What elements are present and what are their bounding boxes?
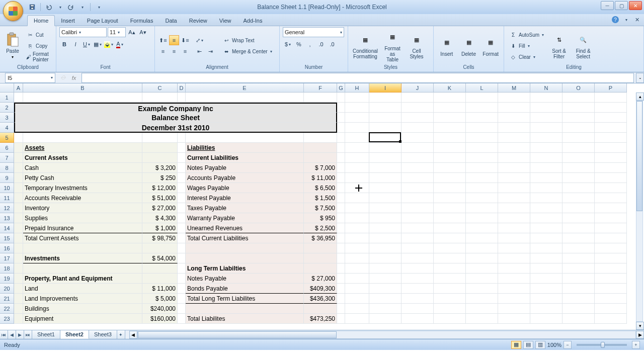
cell[interactable]: Current Assets: [23, 153, 142, 163]
cell[interactable]: [434, 113, 466, 123]
cell[interactable]: [369, 193, 401, 203]
cell[interactable]: [401, 314, 434, 324]
cell[interactable]: [337, 223, 345, 233]
cell[interactable]: $ 4,300: [142, 213, 178, 223]
cell[interactable]: [14, 223, 23, 233]
page-layout-view-icon[interactable]: ▤: [523, 341, 533, 349]
cell[interactable]: [562, 103, 595, 113]
cell[interactable]: [595, 243, 627, 253]
merge-center-button[interactable]: ⬌Merge & Center: [220, 46, 274, 56]
cell[interactable]: [304, 263, 337, 274]
cell[interactable]: [178, 304, 186, 314]
cell[interactable]: [562, 93, 595, 103]
cell[interactable]: [434, 304, 466, 314]
cell[interactable]: Liabilities: [186, 143, 304, 153]
cell[interactable]: [562, 314, 595, 324]
cell[interactable]: Inventory: [23, 203, 142, 213]
cell[interactable]: [401, 173, 434, 183]
help-icon[interactable]: ?: [612, 16, 619, 23]
cell[interactable]: [186, 304, 304, 314]
tab-view[interactable]: View: [213, 16, 237, 26]
column-header[interactable]: D: [178, 83, 186, 93]
cell[interactable]: $ 27,000: [142, 203, 178, 213]
cell[interactable]: [530, 274, 562, 284]
cell[interactable]: Supplies: [23, 213, 142, 223]
close-button[interactable]: ✕: [629, 1, 642, 10]
cell[interactable]: Accounts Payable: [186, 173, 304, 183]
cell[interactable]: [369, 314, 401, 324]
cell[interactable]: [186, 253, 304, 263]
cell[interactable]: $ 11,000: [142, 284, 178, 294]
cell[interactable]: [369, 284, 401, 294]
cell[interactable]: [434, 233, 466, 243]
column-header[interactable]: I: [369, 83, 401, 93]
cell[interactable]: [369, 304, 401, 314]
cell[interactable]: $ 98,750: [142, 233, 178, 243]
cell[interactable]: [562, 113, 595, 123]
bold-button[interactable]: B: [59, 39, 69, 49]
cell[interactable]: [345, 133, 369, 143]
cell[interactable]: [595, 123, 627, 133]
cell[interactable]: [530, 153, 562, 163]
cell[interactable]: [401, 223, 434, 233]
cell[interactable]: $ 6,500: [304, 183, 337, 193]
cell[interactable]: [345, 294, 369, 304]
column-header[interactable]: E: [186, 83, 304, 93]
cell[interactable]: $ 7,500: [304, 203, 337, 213]
cell[interactable]: [23, 93, 142, 103]
column-header[interactable]: B: [23, 83, 142, 93]
cell[interactable]: [304, 253, 337, 263]
cell[interactable]: Taxes Payable: [186, 203, 304, 213]
cell[interactable]: [530, 243, 562, 253]
cell[interactable]: [337, 183, 345, 193]
cell[interactable]: [498, 304, 530, 314]
cell[interactable]: Long Term Liabilties: [186, 263, 304, 274]
cell[interactable]: [498, 183, 530, 193]
cell[interactable]: [498, 153, 530, 163]
cell[interactable]: [369, 133, 401, 143]
cell[interactable]: [530, 233, 562, 243]
cancel-icon[interactable]: ⦵: [58, 73, 67, 82]
cell[interactable]: [14, 274, 23, 284]
cell[interactable]: [595, 173, 627, 183]
cell[interactable]: [369, 123, 401, 133]
save-icon[interactable]: [28, 3, 36, 11]
scroll-left-icon[interactable]: ◀: [129, 331, 137, 339]
column-header[interactable]: O: [562, 83, 595, 93]
row-header[interactable]: 22: [0, 304, 14, 314]
cell[interactable]: [178, 223, 186, 233]
cell[interactable]: [142, 153, 178, 163]
cell[interactable]: [401, 213, 434, 223]
cell[interactable]: [595, 263, 627, 274]
cell[interactable]: $436,300: [304, 294, 337, 304]
cell[interactable]: [23, 133, 142, 143]
cell[interactable]: [401, 143, 434, 153]
cell[interactable]: [337, 253, 345, 263]
cell[interactable]: [595, 314, 627, 324]
cell[interactable]: $ 1,000: [142, 223, 178, 233]
cell[interactable]: [498, 233, 530, 243]
cell[interactable]: [595, 304, 627, 314]
cell[interactable]: [304, 133, 337, 143]
cell[interactable]: Investments: [23, 253, 142, 263]
cell[interactable]: [345, 123, 369, 133]
cell[interactable]: [466, 243, 498, 253]
cell[interactable]: [142, 243, 178, 253]
cell[interactable]: [530, 163, 562, 173]
cell[interactable]: [14, 183, 23, 193]
cell[interactable]: [345, 103, 369, 113]
name-box[interactable]: I5▾: [5, 73, 55, 83]
cell[interactable]: $240,000: [142, 304, 178, 314]
cell[interactable]: [401, 133, 434, 143]
cell[interactable]: [466, 263, 498, 274]
cell[interactable]: $160,000: [142, 314, 178, 324]
cell[interactable]: [530, 183, 562, 193]
grow-font-button[interactable]: A▴: [127, 27, 137, 37]
cell[interactable]: [14, 253, 23, 263]
cell[interactable]: [562, 304, 595, 314]
row-header[interactable]: 1: [0, 93, 14, 103]
cell[interactable]: [337, 213, 345, 223]
cell[interactable]: [595, 163, 627, 173]
cell[interactable]: [178, 284, 186, 294]
cell[interactable]: [434, 133, 466, 143]
